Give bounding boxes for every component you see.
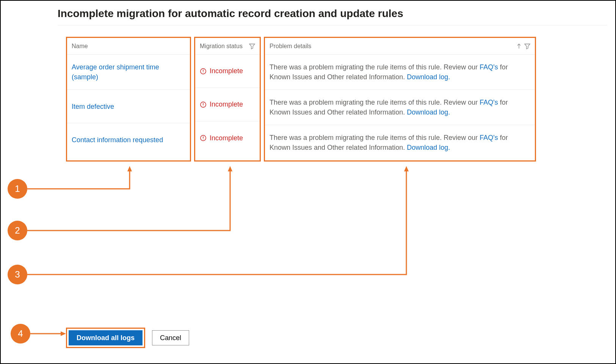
error-icon: [200, 101, 207, 108]
table-row: Incomplete: [195, 88, 260, 121]
header-status[interactable]: Migration status: [195, 38, 260, 55]
rule-link[interactable]: Item defective: [72, 102, 114, 111]
rule-link[interactable]: Average order shipment time (sample): [72, 62, 185, 82]
table-row: There was a problem migrating the rule i…: [265, 55, 535, 90]
callout-connector: [27, 166, 133, 190]
svg-marker-10: [228, 166, 232, 171]
page-title: Incomplete migration for automatic recor…: [58, 8, 607, 25]
table-row: Average order shipment time (sample): [67, 55, 190, 90]
column-details: Problem details There was a problem migr…: [264, 37, 536, 162]
problem-details: There was a problem migrating the rule i…: [270, 62, 530, 82]
column-name: Name Average order shipment time (sample…: [66, 37, 191, 162]
faq-link[interactable]: FAQ's: [480, 99, 498, 106]
status-text: Incomplete: [210, 133, 243, 143]
filter-icon[interactable]: [524, 43, 530, 49]
header-name[interactable]: Name: [67, 38, 190, 55]
callout-connector: [27, 166, 410, 275]
table-row: Incomplete: [195, 121, 260, 155]
svg-point-5: [203, 105, 203, 106]
download-log-link[interactable]: Download log.: [407, 73, 450, 81]
rule-link[interactable]: Contact information requested: [72, 135, 163, 145]
download-log-link[interactable]: Download log.: [407, 108, 450, 116]
status-badge: Incomplete: [200, 99, 243, 109]
download-all-highlight: Download all logs: [66, 328, 145, 348]
migration-table: Name Average order shipment time (sample…: [58, 37, 615, 162]
filter-icon[interactable]: [249, 43, 255, 49]
header-details-label: Problem details: [270, 43, 311, 50]
table-row: Contact information requested: [67, 123, 190, 157]
column-status: Migration status Incomplete Incomplete: [194, 37, 261, 162]
header-details[interactable]: Problem details: [265, 38, 535, 55]
table-row: Item defective: [67, 90, 190, 123]
problem-details: There was a problem migrating the rule i…: [270, 97, 530, 117]
callout-badge: 4: [11, 324, 30, 344]
svg-marker-11: [404, 166, 409, 171]
callout-connector: [30, 331, 66, 337]
table-row: Incomplete: [195, 55, 260, 88]
svg-marker-13: [61, 331, 66, 336]
header-status-label: Migration status: [200, 43, 243, 50]
faq-link[interactable]: FAQ's: [480, 134, 498, 141]
table-row: There was a problem migrating the rule i…: [265, 90, 535, 125]
table-row: There was a problem migrating the rule i…: [265, 125, 535, 160]
status-badge: Incomplete: [200, 133, 243, 143]
header-name-label: Name: [72, 43, 88, 50]
callout-badge: 3: [8, 265, 27, 284]
download-log-link[interactable]: Download log.: [407, 144, 450, 151]
callout-badge: 1: [8, 179, 27, 199]
cancel-button[interactable]: Cancel: [152, 330, 189, 345]
svg-point-2: [203, 72, 203, 72]
error-icon: [200, 68, 207, 75]
callout-connector: [27, 166, 234, 231]
error-icon: [200, 135, 207, 141]
problem-details: There was a problem migrating the rule i…: [270, 133, 530, 152]
sort-icon[interactable]: [516, 43, 522, 49]
status-text: Incomplete: [210, 99, 243, 109]
status-badge: Incomplete: [200, 66, 243, 76]
svg-point-8: [203, 139, 203, 140]
download-all-logs-button[interactable]: Download all logs: [69, 330, 143, 345]
svg-marker-9: [127, 166, 132, 171]
callout-badge: 2: [8, 221, 27, 240]
footer-actions: Download all logs Cancel: [66, 328, 189, 348]
faq-link[interactable]: FAQ's: [480, 63, 498, 71]
status-text: Incomplete: [210, 66, 243, 76]
